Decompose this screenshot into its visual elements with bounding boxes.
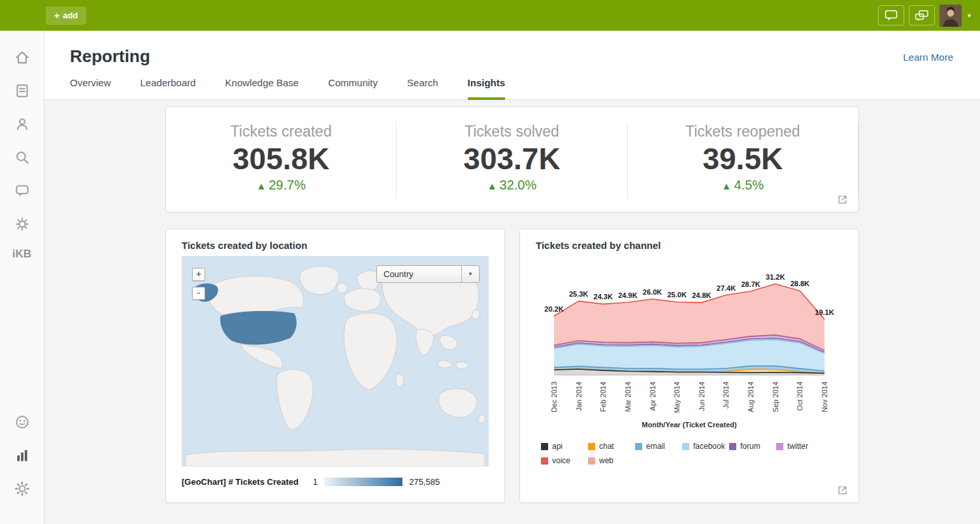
sidebar-item-ikb[interactable]: iKB xyxy=(12,248,31,261)
data-point-label: 26.0K xyxy=(643,288,662,296)
x-tick-label: May 2014 xyxy=(673,382,681,413)
geochart-legend: [GeoChart] # Tickets Created 1 275,585 xyxy=(182,477,489,487)
legend-label: web xyxy=(599,456,613,465)
legend-item-api: api xyxy=(541,442,588,451)
x-axis-title: Month/Year (Ticket Created) xyxy=(642,421,737,429)
zoom-out-button[interactable]: - xyxy=(192,287,205,300)
left-nav-sidebar: iKB xyxy=(0,31,44,524)
data-point-label: 31.2K xyxy=(766,273,785,281)
user-avatar[interactable] xyxy=(939,5,962,27)
data-point-label: 28.7K xyxy=(741,280,760,288)
tab-community[interactable]: Community xyxy=(328,77,378,99)
region-mode-dropdown[interactable]: Country ▼ xyxy=(376,265,480,283)
world-map xyxy=(182,256,489,467)
legend-item-voice: voice xyxy=(541,456,588,465)
tickets-by-channel-card: Tickets created by channel 20.2K25.3K24.… xyxy=(519,229,859,503)
geochart-map[interactable]: + - Country ▼ xyxy=(182,256,489,467)
legend-item-twitter: twitter xyxy=(776,442,823,451)
open-external-icon[interactable] xyxy=(837,485,848,496)
legend-item-facebook: facebook xyxy=(682,442,729,451)
map-zoom-controls: + - xyxy=(192,268,205,300)
stat-tickets-solved: Tickets solved 303.7K ▲32.0% xyxy=(397,123,627,199)
profile-chevron-down-icon[interactable]: ▾ xyxy=(968,12,971,19)
stat-label: Tickets created xyxy=(166,123,396,140)
sidebar-item-reporting[interactable] xyxy=(12,446,32,465)
sidebar-item-help[interactable] xyxy=(12,412,32,432)
sidebar-item-home[interactable] xyxy=(12,48,32,67)
add-button[interactable]: + add xyxy=(46,7,86,25)
page-title: Reporting xyxy=(70,46,980,67)
speech-bubble-icon xyxy=(14,182,31,199)
x-tick-label: Oct 2014 xyxy=(796,382,804,411)
sidebar-item-search[interactable] xyxy=(12,148,32,167)
tab-knowledge-base[interactable]: Knowledge Base xyxy=(225,77,299,99)
geochart-legend-label: [GeoChart] # Tickets Created xyxy=(182,477,299,487)
stat-delta: ▲4.5% xyxy=(628,178,858,193)
x-tick-label: Jul 2014 xyxy=(722,382,730,409)
help-icon xyxy=(14,414,31,431)
uk xyxy=(337,283,348,293)
bar-chart-icon xyxy=(14,447,31,464)
x-tick-label: Jun 2014 xyxy=(698,382,706,411)
stat-tickets-reopened: Tickets reopened 39.5K ▲4.5% xyxy=(628,123,858,199)
person-icon xyxy=(14,116,31,133)
data-point-label: 25.0K xyxy=(668,291,687,299)
open-external-icon[interactable] xyxy=(837,194,848,205)
up-arrow-icon: ▲ xyxy=(487,180,497,191)
legend-item-chat: chat xyxy=(588,442,635,451)
legend-swatch xyxy=(588,443,595,450)
page-header: Reporting OverviewLeaderboardKnowledge B… xyxy=(44,31,980,100)
feedback-button[interactable] xyxy=(909,5,935,25)
x-tick-label: Apr 2014 xyxy=(649,382,657,411)
double-chat-bubble-icon xyxy=(915,10,929,22)
mascot-icon xyxy=(14,216,31,233)
legend-label: facebook xyxy=(693,442,725,451)
learn-more-link[interactable]: Learn More xyxy=(903,52,953,63)
data-point-label: 20.2K xyxy=(544,305,563,313)
sidebar-item-benchmark[interactable] xyxy=(12,214,32,234)
legend-swatch xyxy=(729,443,736,450)
up-arrow-icon: ▲ xyxy=(256,180,266,191)
sidebar-item-settings[interactable] xyxy=(12,479,32,499)
tab-leaderboard[interactable]: Leaderboard xyxy=(140,77,196,99)
legend-item-web: web xyxy=(588,456,635,465)
data-point-label: 24.3K xyxy=(594,293,613,301)
zoom-in-button[interactable]: + xyxy=(192,268,205,281)
tab-overview[interactable]: Overview xyxy=(70,77,111,99)
tab-search[interactable]: Search xyxy=(407,77,438,99)
x-tick-label: Dec 2013 xyxy=(550,382,558,412)
stacked-area-chart[interactable]: 20.2K25.3K24.3K24.9K26.0K25.0K24.8K27.4K… xyxy=(536,256,843,438)
legend-swatch xyxy=(541,443,548,450)
stat-tickets-created: Tickets created 305.8K ▲29.7% xyxy=(166,123,397,199)
card-title: Tickets created by channel xyxy=(536,240,843,251)
sidebar-item-guide[interactable] xyxy=(12,81,32,101)
stat-delta: ▲32.0% xyxy=(397,178,627,193)
top-bar: + add xyxy=(0,0,980,31)
sidebar-item-chat[interactable] xyxy=(12,181,32,201)
united-states-highlighted xyxy=(221,311,297,344)
data-point-label: 27.4K xyxy=(717,284,736,292)
legend-label: voice xyxy=(552,456,570,465)
data-point-label: 19.1K xyxy=(815,308,834,316)
home-icon xyxy=(14,49,31,66)
data-point-label: 28.8K xyxy=(791,280,809,287)
plus-icon: + xyxy=(54,10,59,21)
legend-swatch xyxy=(541,457,548,465)
channel-legend: apichatemailfacebookforumtwittervoiceweb xyxy=(541,442,835,465)
gear-icon xyxy=(14,480,31,497)
new-zealand xyxy=(478,415,485,423)
card-title: Tickets created by location xyxy=(182,240,489,251)
legend-label: email xyxy=(646,442,665,451)
x-tick-label: Jan 2014 xyxy=(575,382,583,411)
legend-swatch xyxy=(588,457,595,465)
sidebar-item-customers[interactable] xyxy=(12,114,32,134)
conversations-button[interactable] xyxy=(878,5,904,25)
x-tick-label: Mar 2014 xyxy=(624,382,632,412)
data-point-label: 24.9K xyxy=(618,291,637,299)
legend-item-email: email xyxy=(635,442,682,451)
app-window: + add xyxy=(0,0,980,524)
tab-insights[interactable]: Insights xyxy=(468,77,506,100)
legend-min-value: 1 xyxy=(313,477,318,487)
topbar-right-controls: ▾ xyxy=(878,5,971,27)
x-tick-label: Feb 2014 xyxy=(599,382,607,412)
